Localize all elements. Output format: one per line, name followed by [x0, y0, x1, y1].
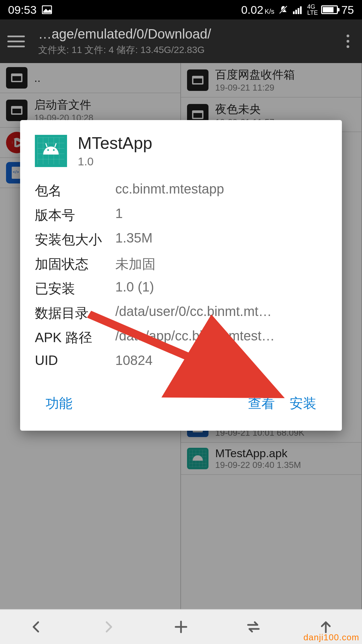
status-battery: 75 [341, 3, 354, 16]
label-package: 包名 [35, 181, 112, 200]
svg-rect-6 [300, 6, 302, 14]
value-size: 1.35M [115, 230, 327, 249]
value-datadir: /data/user/0/cc.binmt.mt… [115, 304, 327, 322]
label-size: 安装包大小 [35, 230, 112, 249]
dialog-app-name: MTestApp [78, 133, 152, 153]
folder-stats: 文件夹: 11 文件: 4 储存: 13.45G/22.83G [38, 44, 336, 56]
forward-button[interactable] [95, 613, 122, 640]
status-lte: 4GLTE [307, 4, 318, 16]
install-button[interactable]: 安装 [282, 391, 324, 415]
label-apkpath: APK 路径 [35, 328, 112, 347]
menu-button[interactable] [7, 36, 25, 47]
label-datadir: 数据目录 [35, 304, 112, 322]
back-button[interactable] [23, 613, 50, 640]
status-time: 09:53 [8, 3, 37, 16]
status-netunit: K/s [265, 8, 275, 15]
svg-rect-4 [295, 10, 297, 14]
function-button[interactable]: 功能 [38, 391, 80, 415]
bottom-toolbar: danji100.com [0, 609, 362, 644]
info-table: 包名 cc.binmt.mtestapp 版本号 1 安装包大小 1.35M 加… [35, 181, 327, 368]
value-package: cc.binmt.mtestapp [115, 181, 327, 200]
dialog-app-version: 1.0 [78, 155, 152, 168]
label-installed: 已安装 [35, 279, 112, 298]
value-apkpath: /data/app/cc.binmt.mtest… [115, 328, 327, 347]
add-button[interactable] [168, 613, 194, 640]
watermark: danji100.com [303, 632, 359, 643]
signal-icon [292, 4, 304, 15]
overflow-button[interactable] [341, 35, 355, 48]
label-harden: 加固状态 [35, 255, 112, 273]
value-harden: 未加固 [115, 255, 327, 273]
swap-button[interactable] [240, 613, 267, 640]
path-breadcrumb[interactable]: …age/emulated/0/Download/ [38, 26, 336, 42]
screenshot-icon [41, 4, 53, 15]
svg-rect-5 [298, 8, 299, 14]
status-bar: 09:53 0.02 K/s 4GLTE 75 [0, 0, 362, 19]
status-netspeed: 0.02 [241, 3, 263, 16]
file-browser: .. 启动音文件 19-09-20 10:28 ▌▶ 百度网盘收件箱 19-09… [0, 63, 362, 609]
label-uid: UID [35, 353, 112, 368]
value-uid: 10824 [115, 353, 327, 368]
battery-icon [321, 5, 338, 14]
value-versioncode: 1 [115, 206, 327, 224]
mute-icon [278, 4, 289, 15]
app-bar: …age/emulated/0/Download/ 文件夹: 11 文件: 4 … [0, 19, 362, 63]
app-icon [35, 135, 67, 167]
label-versioncode: 版本号 [35, 206, 112, 224]
apk-info-dialog: MTestApp 1.0 包名 cc.binmt.mtestapp 版本号 1 … [20, 120, 342, 431]
svg-rect-3 [293, 11, 295, 14]
value-installed: 1.0 (1) [115, 279, 327, 298]
view-button[interactable]: 查看 [241, 391, 282, 415]
